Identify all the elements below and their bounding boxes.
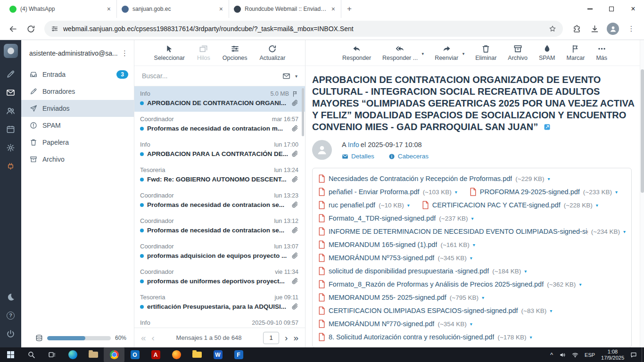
more-button[interactable]: Más: [596, 44, 607, 61]
extensions-icon[interactable]: [569, 21, 585, 37]
volume-icon[interactable]: [559, 352, 566, 358]
downloads-icon[interactable]: [586, 21, 603, 37]
attachment-menu-caret-icon[interactable]: ▾: [407, 203, 410, 208]
next-page-button[interactable]: ›: [285, 333, 288, 342]
attachment-item[interactable]: Necesidades de Contratación y Recepción …: [318, 172, 550, 185]
task-view-icon[interactable]: [41, 347, 62, 362]
attachment-name[interactable]: INFORME DE DETERMINACION DE NECESIDAD EV…: [329, 228, 588, 235]
message-row[interactable]: Info2025-09-10 09:57: [134, 315, 305, 328]
tab-whatsapp[interactable]: (4) WhatsApp ×: [5, 0, 117, 18]
calendar-nav-icon[interactable]: [0, 121, 21, 137]
attachment-item[interactable]: INFORME DE DETERMINACION DE NECESIDAD EV…: [318, 225, 626, 238]
chrome-icon[interactable]: [104, 347, 124, 362]
attachment-item[interactable]: MEMORANDUM 165-signed (1).pdf(~161 KB)▾: [318, 238, 475, 251]
mark-button[interactable]: Marcar: [567, 44, 585, 61]
scrollbar-thumb[interactable]: [641, 69, 644, 193]
folder-papelera[interactable]: Papelera: [21, 134, 134, 151]
attachment-item[interactable]: MEMORANDUM 255- 2025-signed.pdf(~795 KB)…: [318, 291, 484, 304]
notifications-icon[interactable]: [630, 352, 637, 358]
window-minimize-button[interactable]: [579, 0, 601, 18]
folder-borradores[interactable]: Borradores: [21, 83, 134, 100]
outlook-icon[interactable]: O: [124, 347, 145, 362]
contacts-nav-icon[interactable]: [0, 103, 21, 119]
attachment-menu-caret-icon[interactable]: ▾: [524, 269, 527, 274]
prev-page-button[interactable]: ‹: [152, 333, 155, 342]
archive-button[interactable]: Archivo: [508, 44, 528, 61]
attachment-menu-caret-icon[interactable]: ▾: [579, 282, 581, 287]
attachment-menu-caret-icon[interactable]: ▾: [482, 295, 484, 300]
attachment-name[interactable]: 8. Solicitud Autorización contra y resol…: [329, 333, 494, 341]
attachment-menu-caret-icon[interactable]: ▾: [473, 242, 475, 247]
attachment-item[interactable]: CERTIFICACION PAC Y CATE-signed.pdf(~228…: [422, 198, 598, 212]
attachment-menu-caret-icon[interactable]: ▾: [455, 189, 457, 195]
folder-entrada[interactable]: Entrada 3: [21, 66, 134, 83]
forward-button[interactable]: Reenviar ▾: [435, 44, 458, 61]
folder-archivo[interactable]: Archivo: [21, 151, 134, 168]
edge-icon[interactable]: [62, 347, 83, 362]
attachment-menu-caret-icon[interactable]: ▾: [623, 229, 626, 234]
folder-app-icon[interactable]: [83, 347, 104, 362]
reload-button[interactable]: [23, 21, 39, 37]
attachment-name[interactable]: peñafiel - Enviar Proforma.pdf: [329, 188, 420, 196]
start-button[interactable]: [0, 347, 21, 362]
taskbar-clock[interactable]: 1:08 17/9/2025: [601, 349, 624, 361]
help-icon[interactable]: ?: [0, 307, 21, 323]
window-close-button[interactable]: ×: [622, 0, 644, 18]
attachment-menu-caret-icon[interactable]: ▾: [470, 321, 472, 327]
roundcube-logo[interactable]: [4, 44, 18, 58]
folder-enviados[interactable]: Enviados: [21, 100, 134, 117]
reply-all-caret-icon[interactable]: ▾: [422, 51, 424, 56]
attachment-item[interactable]: 8. Solicitud Autorización contra y resol…: [318, 330, 532, 344]
attachment-name[interactable]: PROFORMA 29-2025-signed.pdf: [480, 188, 580, 196]
network-icon[interactable]: [572, 352, 578, 358]
list-options-button[interactable]: Opciones: [223, 44, 248, 61]
message-row[interactable]: Coordinadorlun 13:07 proformas adquisici…: [134, 239, 305, 264]
delete-button[interactable]: Eliminar: [475, 44, 496, 61]
open-in-new-window-icon[interactable]: [544, 123, 551, 131]
show-desktop-button[interactable]: [642, 347, 644, 362]
attachment-name[interactable]: Necesidades de Contratación y Recepción …: [329, 175, 512, 182]
search-options-caret-icon[interactable]: ▾: [295, 74, 297, 79]
attachment-name[interactable]: MEMORÁNDUM Nº770-signed.pdf: [329, 320, 434, 328]
threads-button[interactable]: Hilos: [197, 44, 210, 61]
browser-menu-icon[interactable]: ⋮: [623, 21, 639, 37]
tab-close-icon[interactable]: ×: [218, 5, 224, 13]
attachment-menu-caret-icon[interactable]: ▾: [615, 189, 618, 195]
tray-expand-icon[interactable]: ^: [550, 352, 553, 358]
message-row[interactable]: Coordinadorlun 13:23 Proformas de necesi…: [134, 188, 305, 214]
tab-roundcube-active[interactable]: Roundcube Webmail :: Enviado... ×: [229, 0, 341, 18]
reply-button[interactable]: Responder: [342, 44, 371, 61]
dark-mode-toggle-icon[interactable]: [0, 289, 21, 305]
attachment-name[interactable]: ruc penafiel.pdf: [329, 201, 375, 209]
forward-caret-icon[interactable]: ▾: [462, 51, 465, 56]
url-text[interactable]: webmail.sanjuan.gob.ec/cpsess1988317614/…: [63, 25, 544, 33]
bookmark-star-icon[interactable]: [549, 25, 556, 33]
back-button[interactable]: [5, 21, 21, 37]
page-input[interactable]: [263, 332, 279, 344]
message-row[interactable]: Coordinadorvie 11:34 proformas de unifor…: [134, 264, 305, 290]
attachment-item[interactable]: peñafiel - Enviar Proforma.pdf(~103 KB)▾: [318, 185, 457, 198]
flag-icon[interactable]: [292, 90, 298, 97]
recipient-link[interactable]: Info: [348, 141, 359, 148]
attachment-item[interactable]: CERTIFICACION OLIMPIADAS ESPACIOS-signed…: [318, 304, 552, 317]
attachment-name[interactable]: solicitud de disponibilidad presupuestar…: [329, 267, 489, 275]
attachment-name[interactable]: MEMORÁNDUM Nº753-signed.pdf: [329, 254, 434, 262]
attachment-menu-caret-icon[interactable]: ▾: [470, 255, 472, 261]
last-page-button[interactable]: »: [293, 333, 298, 342]
message-row[interactable]: Tesorerialun 13:24 Fwd: Re: GOBIERNO AUT…: [134, 163, 305, 188]
firefox-icon[interactable]: [166, 347, 187, 362]
attachment-menu-caret-icon[interactable]: ▾: [530, 335, 532, 340]
details-link[interactable]: Detalles: [342, 153, 374, 160]
message-row[interactable]: Coordinadorlun 13:12 Proformas de necesi…: [134, 214, 305, 239]
select-button[interactable]: Seleccionar: [154, 44, 185, 61]
new-tab-button[interactable]: +: [347, 4, 352, 14]
attachment-item[interactable]: MEMORÁNDUM Nº753-signed.pdf(~345 KB)▾: [318, 251, 472, 264]
list-scrollbar[interactable]: [302, 88, 304, 136]
attachment-menu-caret-icon[interactable]: ▾: [596, 203, 598, 208]
folder-options-icon[interactable]: ⋮: [121, 49, 128, 58]
search-input[interactable]: [142, 72, 278, 80]
attachment-menu-caret-icon[interactable]: ▾: [550, 308, 552, 313]
message-row[interactable]: Info 5.0 MB APROBACION DE CONTRATACION O…: [134, 86, 305, 112]
attachment-name[interactable]: CERTIFICACION OLIMPIADAS ESPACIOS-signed…: [329, 307, 518, 314]
address-bar[interactable]: webmail.sanjuan.gob.ec/cpsess1988317614/…: [44, 21, 563, 37]
